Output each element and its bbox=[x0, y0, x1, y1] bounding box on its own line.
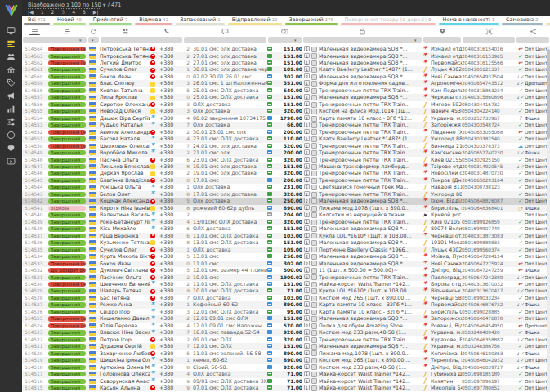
client-phone[interactable]: +380 bbox=[159, 191, 183, 198]
table-row[interactable]: 514548 Завершений Пасічна Ольга +380 6 2… bbox=[22, 157, 550, 163]
table-row[interactable]: 514558 Завершений Ковпак Татьяна +380 5 … bbox=[22, 87, 550, 94]
tracking-number[interactable]: 0501699033234 bbox=[462, 295, 516, 301]
table-row[interactable]: 514546 Завершений Деркач Ярослав +380 2 … bbox=[22, 170, 550, 176]
status-badge[interactable]: Завершений bbox=[48, 310, 86, 314]
status-badge[interactable]: Завершений bbox=[48, 254, 86, 259]
status-badge[interactable]: Завершений bbox=[48, 275, 86, 280]
client-name[interactable]: Власюк Ніна Василі... bbox=[100, 329, 150, 336]
tracking-number[interactable]: 20450646039727 bbox=[462, 364, 516, 371]
table-row[interactable]: 514517 Завершений Головінова Олексан... … bbox=[22, 371, 550, 377]
filter-channel[interactable] bbox=[516, 37, 549, 43]
filter-delivery[interactable] bbox=[423, 37, 461, 43]
tracking-number[interactable]: 0504303548724 bbox=[462, 122, 516, 128]
status-badge[interactable]: Повернення (з... bbox=[48, 60, 86, 65]
table-row[interactable]: 514536 Завершений Кузьменко Тетяна +380 … bbox=[22, 239, 550, 246]
client-phone[interactable]: +380 bbox=[159, 115, 183, 122]
status-badge[interactable]: Завершений bbox=[48, 330, 86, 335]
client-name[interactable]: Курта Микола Вікто... bbox=[100, 253, 150, 260]
client-phone[interactable]: +380 bbox=[159, 281, 183, 287]
tracking-number[interactable]: 0504300738123 bbox=[462, 184, 516, 190]
filter-status[interactable]: ▾ bbox=[23, 37, 87, 43]
table-row[interactable]: 514524 Повернення (з... Юлія Первова +38… bbox=[22, 323, 550, 329]
table-row[interactable]: 514563 Завершений Петровська Тетяна +380… bbox=[22, 52, 550, 59]
status-badge[interactable]: Завершений bbox=[48, 185, 86, 189]
client-phone[interactable]: +380 bbox=[159, 53, 183, 60]
tab-Відправлений[interactable]: Відправлений12 bbox=[226, 16, 284, 25]
tracking-number[interactable]: 20400313873083 bbox=[462, 233, 516, 239]
displayed-range-label[interactable]: Відображено з 100 по 150 bbox=[28, 2, 101, 9]
client-phone[interactable]: +380 bbox=[159, 101, 183, 108]
client-name[interactable]: Сиротюк Олександр bbox=[100, 101, 150, 108]
client-phone[interactable]: +380 bbox=[159, 108, 183, 114]
status-badge[interactable]: Завершений bbox=[48, 372, 86, 376]
tracking-number[interactable]: 20450650293164 bbox=[462, 177, 516, 184]
client-name[interactable]: Шишкіна Ірина Олек... bbox=[100, 357, 150, 363]
status-badge[interactable]: Повернення (з... bbox=[48, 323, 86, 328]
first-page-button[interactable]: |◀ bbox=[28, 9, 34, 15]
client-name[interactable]: Петровська Тетяна bbox=[100, 53, 150, 60]
tracking-number[interactable]: 20450648826087 bbox=[462, 198, 516, 204]
client-name[interactable]: Бас Тетяна bbox=[100, 295, 150, 301]
client-name[interactable]: Воробйов Микола bbox=[100, 149, 150, 156]
client-phone[interactable]: +380 bbox=[159, 143, 183, 149]
table-row[interactable]: 514520 Завершений Захарченко Любовь +380… bbox=[22, 350, 550, 357]
client-name[interactable]: Дацюк Віра Сергіївна bbox=[100, 115, 150, 122]
client-name[interactable]: Пасічна Ольга bbox=[100, 157, 150, 163]
status-badge[interactable]: Завершений bbox=[48, 102, 86, 107]
client-name[interactable]: Шапарь Тетяна bbox=[100, 287, 150, 294]
client-phone[interactable]: +380 bbox=[159, 149, 183, 156]
table-row[interactable]: 514552 Повернення (з... Авилов Александр… bbox=[22, 129, 550, 136]
tracking-number[interactable]: 20450647247259 bbox=[462, 267, 516, 274]
client-name[interactable]: Артюхіна Олена Ми... bbox=[100, 364, 150, 371]
client-name[interactable]: Новосад Олеся bbox=[100, 108, 150, 114]
tab-Відмова[interactable]: Відмова42 bbox=[133, 16, 174, 25]
client-phone[interactable]: +380 bbox=[159, 274, 183, 281]
client-name[interactable]: Кошеленко Данил bbox=[100, 315, 150, 322]
status-badge[interactable]: Завершений bbox=[48, 344, 86, 349]
client-name[interactable]: Дударев Сергій bbox=[100, 343, 150, 350]
client-name[interactable]: Кошмак Александр bbox=[100, 198, 150, 204]
client-phone[interactable]: +380 bbox=[159, 170, 183, 176]
client-name[interactable]: Легкий Дмитро bbox=[100, 60, 150, 66]
status-badge[interactable]: Завершений bbox=[48, 337, 86, 342]
client-phone[interactable]: +380 bbox=[159, 157, 183, 163]
table-row[interactable]: 514542 Завершений Кошмак Александр +380 … bbox=[22, 198, 550, 204]
status-badge[interactable]: Завершений bbox=[48, 296, 86, 301]
tracking-number[interactable]: 20450648368401 bbox=[462, 205, 516, 212]
client-phone[interactable]: +380 bbox=[159, 350, 183, 357]
table-row[interactable]: 514532 ДО Возврат ок... Дукович Світлана… bbox=[22, 267, 550, 274]
status-badge[interactable]: Завершений bbox=[48, 67, 86, 72]
tracking-number[interactable]: 20400316154016 bbox=[462, 46, 516, 52]
app-logo-icon[interactable] bbox=[5, 3, 18, 19]
status-badge[interactable]: Завершений bbox=[48, 95, 86, 100]
tracking-number[interactable]: 20400315860896 bbox=[462, 94, 516, 100]
status-badge[interactable]: Завершений bbox=[48, 171, 86, 176]
tracking-number[interactable]: 20450646100363 bbox=[462, 350, 516, 357]
client-name[interactable]: Деркач Ярослав bbox=[100, 170, 150, 176]
tracking-number[interactable]: 20450647275924 bbox=[462, 261, 516, 267]
status-badge[interactable]: Повернення (з... bbox=[48, 130, 86, 135]
tracking-number[interactable]: 20450647284114 bbox=[462, 253, 516, 260]
client-phone[interactable]: +380 bbox=[159, 233, 183, 239]
tracking-number[interactable]: 20400313670417 bbox=[462, 287, 516, 294]
table-row[interactable]: 514553 Завершений Рудько Наталья +380 7 … bbox=[22, 122, 550, 128]
status-badge[interactable]: Завершений bbox=[48, 136, 86, 141]
client-phone[interactable]: +380 bbox=[159, 129, 183, 136]
client-name[interactable]: Юлія Первова bbox=[100, 323, 150, 329]
client-name[interactable]: Роке-Бетанкурт Лін... bbox=[100, 219, 150, 225]
tracking-number[interactable]: 20450646042932 bbox=[462, 357, 516, 363]
tracking-number[interactable]: 0504303382540 bbox=[462, 136, 516, 142]
status-badge[interactable]: Завершений bbox=[48, 88, 86, 93]
client-phone[interactable]: +380 bbox=[159, 301, 183, 308]
client-phone[interactable]: +380 bbox=[159, 309, 183, 315]
client-name[interactable]: Головінова Олексан... bbox=[100, 371, 150, 377]
table-row[interactable]: 514547 Завершений Линьков Вячеслав +380 … bbox=[22, 163, 550, 170]
status-badge[interactable]: Завершений bbox=[48, 379, 86, 384]
table-row[interactable]: 514541 Відмова Коротя Ніна Іванівна +380… bbox=[22, 205, 550, 212]
client-name[interactable]: Кузьменко Тетяна bbox=[100, 239, 150, 246]
client-phone[interactable]: +380 bbox=[159, 205, 183, 212]
client-name[interactable]: Басова Наталя bbox=[100, 136, 150, 142]
status-badge[interactable]: Завершений bbox=[48, 385, 86, 390]
client-phone[interactable]: +380 bbox=[159, 198, 183, 204]
table-row[interactable]: 514522 Завершений Петров Ігор +380 2 09.… bbox=[22, 336, 550, 343]
